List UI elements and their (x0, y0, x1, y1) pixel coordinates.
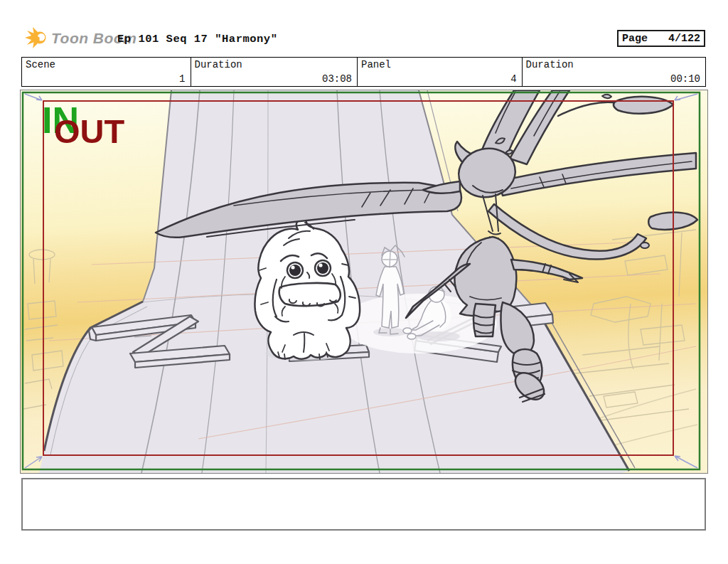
toonboom-logo-icon (24, 27, 48, 48)
scene-duration-cell: Duration 03:08 (191, 58, 358, 86)
scene-duration-label: Duration (195, 59, 242, 70)
boy-shadow (417, 331, 460, 341)
panel-duration-cell: Duration 00:10 (523, 58, 705, 86)
scene-cell: Scene 1 (22, 58, 191, 86)
scene-value: 1 (179, 73, 185, 85)
document-title: Ep 101 Seq 17 "Harmony" (117, 33, 277, 46)
panel-label: Panel (361, 59, 391, 70)
panel-duration-value: 00:10 (670, 73, 700, 85)
panel-info-table: Scene 1 Duration 03:08 Panel 4 Duration … (21, 57, 706, 87)
storyboard-panel: IN OUT (20, 90, 708, 474)
page-label: Page (622, 33, 648, 45)
storyboard-page: Toon Boom Ep 101 Seq 17 "Harmony" Page 4… (0, 0, 728, 564)
page-value: 4/122 (668, 33, 700, 45)
panel-value: 4 (510, 73, 516, 85)
panel-duration-label: Duration (526, 59, 574, 70)
scene-duration-value: 03:08 (322, 73, 352, 85)
panel-cell: Panel 4 (358, 58, 523, 86)
caption-box (21, 478, 706, 531)
storyboard-drawing: IN OUT (21, 90, 707, 473)
page-number-box: Page 4/122 (617, 30, 705, 47)
scene-label: Scene (26, 59, 55, 70)
out-label: OUT (54, 112, 125, 150)
